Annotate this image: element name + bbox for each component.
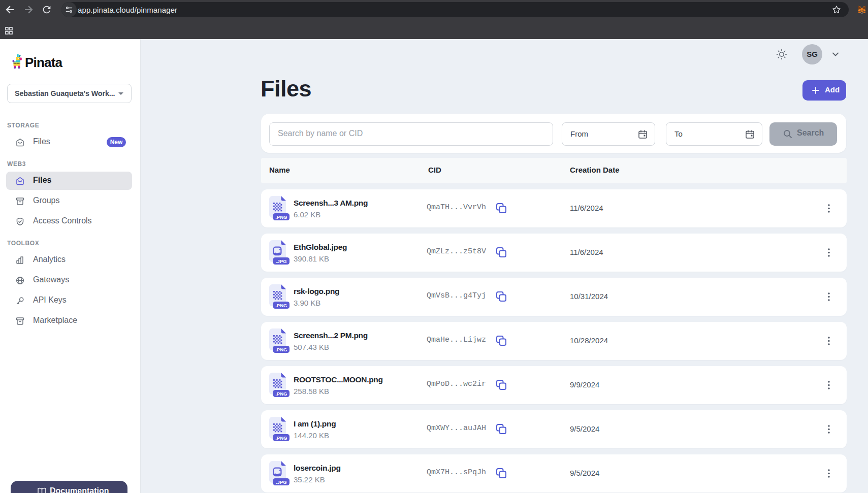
svg-text:.JPG: .JPG bbox=[276, 258, 287, 264]
svg-text:.PNG: .PNG bbox=[275, 303, 287, 308]
svg-text:.JPG: .JPG bbox=[276, 479, 287, 485]
svg-text:.PNG: .PNG bbox=[275, 214, 287, 220]
svg-text:.PNG: .PNG bbox=[275, 347, 287, 352]
svg-text:.PNG: .PNG bbox=[275, 391, 287, 397]
svg-text:.PNG: .PNG bbox=[275, 435, 287, 441]
